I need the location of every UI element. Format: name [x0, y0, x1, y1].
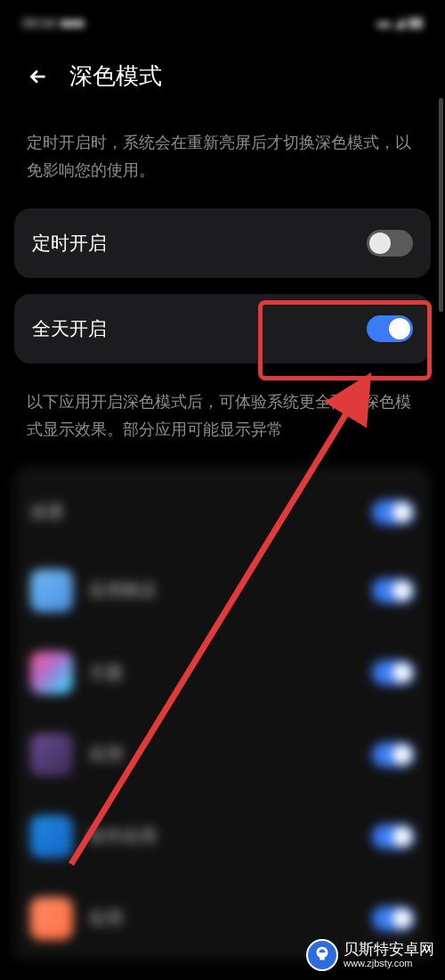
- app-name: 设置: [30, 501, 356, 524]
- scrollbar[interactable]: [439, 98, 443, 312]
- toggle-app[interactable]: [372, 500, 415, 525]
- toggle-app[interactable]: [372, 578, 415, 603]
- app-icon: [30, 569, 73, 612]
- app-row[interactable]: 应用商店: [14, 550, 431, 632]
- watermark-text: 贝斯特安卓网 www.zjbsty.com: [344, 942, 434, 969]
- watermark-icon: [306, 939, 338, 971]
- app-name: 应用: [89, 743, 356, 766]
- setting-always-on[interactable]: 全天开启: [14, 294, 431, 363]
- app-name: 软件应用: [89, 825, 356, 848]
- description-apps: 以下应用开启深色模式后，可体验系统更全面的深色模式显示效果。部分应用可能显示异常: [0, 380, 445, 466]
- setting-always-on-label: 全天开启: [32, 316, 107, 341]
- app-row[interactable]: 设置: [14, 475, 431, 550]
- page-title: 深色模式: [69, 61, 162, 92]
- app-icon: [30, 897, 73, 940]
- app-name: 应用: [89, 907, 356, 930]
- app-row[interactable]: 应用: [14, 714, 431, 796]
- setting-scheduled-label: 定时开启: [32, 231, 107, 256]
- toggle-app[interactable]: [372, 742, 415, 767]
- app-icon: [30, 651, 73, 694]
- back-icon[interactable]: [27, 65, 50, 88]
- app-row[interactable]: 主题: [14, 632, 431, 714]
- status-time: 09:04■■■: [22, 15, 85, 30]
- setting-scheduled[interactable]: 定时开启: [14, 208, 431, 278]
- toggle-app[interactable]: [372, 824, 415, 849]
- app-name: 主题: [89, 661, 356, 684]
- status-icons: ▬ ◢ ▮▮: [377, 14, 423, 30]
- app-row[interactable]: 软件应用: [14, 796, 431, 878]
- header: 深色模式: [0, 45, 445, 110]
- watermark: 贝斯特安卓网 www.zjbsty.com: [306, 939, 434, 971]
- toggle-app[interactable]: [372, 906, 415, 931]
- toggle-scheduled[interactable]: [367, 230, 413, 257]
- status-bar: 09:04■■■ ▬ ◢ ▮▮: [0, 0, 445, 45]
- description-scheduling: 定时开启时，系统会在重新亮屏后才切换深色模式，以免影响您的使用。: [0, 110, 445, 208]
- app-icon: [30, 815, 73, 858]
- toggle-app[interactable]: [372, 660, 415, 685]
- app-name: 应用商店: [89, 579, 356, 602]
- toggle-always-on[interactable]: [367, 315, 413, 342]
- app-icon: [30, 733, 73, 776]
- app-list: 设置 应用商店 主题 应用 软件应用 应用: [14, 466, 431, 960]
